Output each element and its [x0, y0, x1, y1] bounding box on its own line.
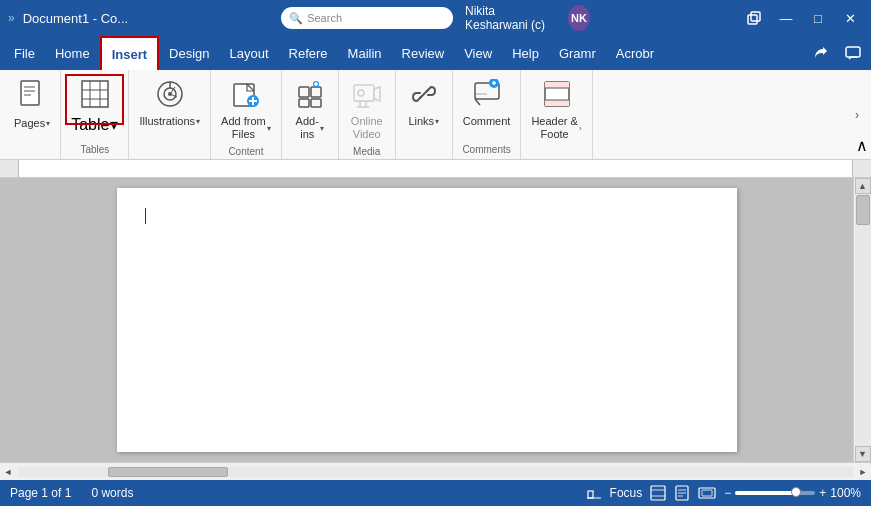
add-ins-button[interactable]: Add- ins ▾ [288, 76, 332, 144]
add-ins-icon [295, 79, 325, 113]
svg-rect-47 [588, 491, 593, 498]
comment-label: Comment [463, 115, 511, 128]
doc-page[interactable] [117, 188, 737, 452]
svg-rect-7 [82, 81, 108, 107]
zoom-thumb[interactable] [791, 487, 801, 497]
page-info: Page 1 of 1 [10, 486, 71, 500]
doc-page-area [0, 178, 853, 462]
header-footer-button[interactable]: Header & Foote › [527, 76, 585, 144]
menu-review[interactable]: Review [392, 36, 455, 70]
svg-line-36 [475, 99, 480, 105]
focus-label[interactable]: Focus [610, 486, 643, 500]
ribbon: Pages ▾ [0, 70, 871, 160]
title-bar: » Document1 - Co... 🔍 Search Nikita Kesh… [0, 0, 871, 36]
menu-grammarly[interactable]: Gramr [549, 36, 606, 70]
maximize-button[interactable]: □ [805, 8, 831, 28]
minimize-button[interactable]: — [773, 8, 799, 28]
scroll-down-button[interactable]: ▼ [855, 446, 871, 462]
svg-rect-42 [545, 82, 569, 88]
scroll-track-horizontal[interactable] [18, 467, 853, 477]
pages-icon [17, 79, 47, 115]
illustrations-button[interactable]: Illustrations ▾ [135, 76, 204, 131]
vertical-scrollbar: ▲ ▼ [853, 178, 871, 462]
scroll-up-button[interactable]: ▲ [855, 178, 871, 194]
add-ins-label: Add- ins [296, 115, 319, 141]
menu-mailings[interactable]: Mailin [338, 36, 392, 70]
menu-design[interactable]: Design [159, 36, 219, 70]
comment-button[interactable]: Comment [459, 76, 515, 131]
ribbon-items-content: Add from Files ▾ [217, 74, 275, 144]
zoom-control: − + 100% [724, 486, 861, 500]
add-from-files-icon [231, 79, 261, 113]
table-label: Table [71, 116, 109, 134]
svg-rect-44 [545, 100, 569, 106]
zoom-fill [735, 491, 795, 495]
word-count: 0 words [91, 486, 133, 500]
menu-acrobat[interactable]: Acrobr [606, 36, 664, 70]
links-label: Links [408, 115, 434, 128]
comments-group-label: Comments [459, 142, 515, 159]
menu-insert[interactable]: Insert [100, 36, 159, 70]
links-group-label [402, 153, 446, 159]
menu-file[interactable]: File [4, 36, 45, 70]
layout-icon [650, 485, 666, 501]
svg-rect-22 [299, 99, 309, 107]
scroll-thumb-vertical[interactable] [856, 195, 870, 225]
ribbon-group-links: Links ▾ [396, 70, 453, 159]
restore-ribbon-button[interactable] [741, 8, 767, 28]
ribbon-expand-icon[interactable]: » [8, 11, 15, 25]
menu-bar: File Home Insert Design Layout Refere Ma… [0, 36, 871, 70]
menu-view[interactable]: View [454, 36, 502, 70]
doc-container: ▲ ▼ [0, 178, 871, 462]
zoom-track[interactable] [735, 491, 815, 495]
add-from-files-arrow-icon: ▾ [267, 124, 271, 133]
ribbon-group-illustrations: Illustrations ▾ [129, 70, 211, 159]
pages-button[interactable]: Pages ▾ [10, 76, 54, 133]
zoom-minus[interactable]: − [724, 486, 731, 500]
table-icon [80, 79, 110, 113]
scroll-right-button[interactable]: ► [855, 464, 871, 480]
close-button[interactable]: ✕ [837, 8, 863, 28]
title-bar-center: 🔍 Search Nikita Kesharwani (c) NK [281, 4, 590, 32]
table-button[interactable]: Table ▾ [67, 76, 122, 137]
scroll-track-vertical[interactable] [855, 194, 871, 446]
menu-references[interactable]: Refere [279, 36, 338, 70]
ribbon-items-comments: Comment [459, 74, 515, 142]
menu-layout[interactable]: Layout [220, 36, 279, 70]
ribbon-items-headerfooter: Header & Foote › [527, 74, 585, 153]
online-video-icon [352, 79, 382, 113]
add-from-files-button[interactable]: Add from Files ▾ [217, 76, 275, 144]
share-button[interactable] [807, 39, 835, 67]
menu-help[interactable]: Help [502, 36, 549, 70]
links-icon [409, 79, 439, 113]
ribbon-group-pages: Pages ▾ [4, 70, 61, 159]
header-footer-label: Header & Foote [531, 115, 577, 141]
tables-group-label: Tables [67, 142, 122, 159]
addins-group-label [288, 153, 332, 159]
menu-home[interactable]: Home [45, 36, 100, 70]
ruler-inner [18, 160, 853, 177]
header-footer-icon [542, 79, 572, 113]
text-cursor [145, 208, 146, 224]
focus-icon [586, 485, 602, 501]
pages-group-label [10, 153, 54, 159]
svg-rect-0 [748, 15, 757, 24]
comments-toggle-button[interactable] [839, 39, 867, 67]
scroll-thumb-horizontal[interactable] [108, 467, 228, 477]
title-search-box[interactable]: 🔍 Search [281, 7, 453, 29]
table-arrow-icon: ▾ [110, 115, 118, 134]
ribbon-group-content: Add from Files ▾ Content [211, 70, 282, 159]
svg-marker-28 [374, 87, 380, 101]
ribbon-group-tables: Table ▾ Tables [61, 70, 129, 159]
links-button[interactable]: Links ▾ [402, 76, 446, 131]
zoom-plus[interactable]: + [819, 486, 826, 500]
svg-rect-56 [699, 488, 715, 498]
comment-icon [472, 79, 502, 113]
user-name: Nikita Kesharwani (c) [465, 4, 560, 32]
print-layout-icon[interactable] [674, 485, 690, 501]
pages-arrow-icon: ▾ [46, 119, 50, 128]
ribbon-items-pages: Pages ▾ [10, 74, 54, 153]
ribbon-collapse-button[interactable]: ∧ [853, 70, 871, 159]
horizontal-scrollbar: ◄ ► [0, 462, 871, 480]
scroll-left-button[interactable]: ◄ [0, 464, 16, 480]
